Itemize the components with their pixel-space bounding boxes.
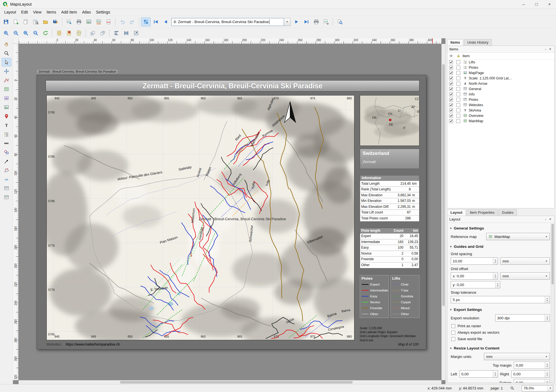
item-lock-checkbox[interactable]	[456, 103, 460, 107]
atlas-next-feature-button[interactable]	[292, 17, 301, 26]
menu-add-item[interactable]: Add Item	[59, 9, 80, 15]
spinner-arrows[interactable]: ▲▼	[493, 273, 498, 279]
region-info-box[interactable]: Switzerland Zermatt	[360, 149, 419, 169]
export-raster-button[interactable]	[84, 17, 93, 26]
resize-layout-header[interactable]: ▼ Resize Layout to Content	[450, 344, 550, 351]
grid-spacing-input[interactable]: 10,00 ▲▼	[451, 257, 498, 265]
dock-float-icon[interactable]: ▫	[544, 218, 547, 221]
checkbox-always-export-as-vectors[interactable]: Always export as vectors	[451, 330, 550, 335]
export-resolution-input[interactable]: 300 dpi ▲▼	[495, 314, 550, 322]
export-pdf-button[interactable]: PDF	[104, 17, 113, 26]
item-lock-checkbox[interactable]	[456, 98, 460, 102]
zoom-actual-size-button[interactable]: 1:1	[31, 29, 40, 38]
item-visibility-checkbox[interactable]	[449, 98, 453, 102]
duplicate-layout-button[interactable]	[21, 17, 30, 26]
zoom-full-button[interactable]	[21, 29, 30, 38]
tab-undo-history[interactable]: Undo History	[464, 39, 492, 46]
overview-map[interactable]: CZFRCHLIATSIDEIT	[360, 95, 419, 146]
tab-layout[interactable]: Layout	[447, 209, 466, 216]
main-map[interactable]: 8408458508558608658708758808408458508558…	[46, 95, 354, 340]
spinner-arrows[interactable]: ▲▼	[545, 362, 550, 369]
add-items-from-template-button[interactable]	[11, 17, 21, 26]
dock-close-icon[interactable]: ✕	[548, 217, 552, 221]
show-guides-button[interactable]	[74, 29, 84, 38]
menu-edit[interactable]: Edit	[19, 9, 30, 15]
add-scalebar-tool[interactable]	[2, 139, 11, 148]
dock-float-icon[interactable]: ▫	[544, 48, 547, 51]
layout-manager-button[interactable]	[31, 17, 40, 26]
dock-close-icon[interactable]: ✕	[548, 47, 552, 51]
panel-scrollbar[interactable]	[551, 223, 554, 383]
atlas-feature-combo[interactable]: 8: Zermatt - Breuil-Cervinia, Breuil-Cer…	[171, 18, 284, 26]
item-visibility-checkbox[interactable]	[449, 71, 453, 75]
tab-items[interactable]: Items	[447, 39, 463, 46]
horizontal-ruler[interactable]: 0204060801001201401601802002202402602803…	[19, 38, 441, 44]
item-visibility-checkbox[interactable]	[449, 60, 453, 64]
add-marker-tool[interactable]	[2, 112, 11, 121]
item-visibility-checkbox[interactable]	[449, 114, 453, 118]
vertical-ruler[interactable]: 0204060801001201401601802002202402602803…	[13, 44, 19, 380]
vertical-scrollbar[interactable]	[441, 44, 445, 380]
layout-page[interactable]: Zermatt - Breuil-Cervinia, Breuil-Cervin…	[37, 75, 426, 349]
item-lock-checkbox[interactable]	[456, 87, 460, 91]
zoom-tool[interactable]	[2, 49, 11, 57]
close-button[interactable]: ×	[543, 0, 556, 8]
item-visibility-checkbox[interactable]	[449, 66, 453, 70]
item-lock-checkbox[interactable]	[456, 82, 460, 86]
add-3d-map-tool[interactable]: 3D	[2, 94, 11, 103]
layout-item-mainmap[interactable]: MainMap	[447, 118, 554, 124]
bottom-margin-input[interactable]: 0,00 ▲▼	[514, 379, 550, 383]
grid-offset-unit-combo[interactable]: mm▼	[500, 272, 550, 280]
item-lock-checkbox[interactable]	[456, 114, 460, 118]
zoom-out-button[interactable]	[11, 29, 21, 38]
item-lock-checkbox[interactable]	[456, 119, 460, 123]
spinner-arrows[interactable]: ▲▼	[493, 258, 498, 264]
lifts-legend[interactable]: LiftsChairT-barGondolaCarpetMixedOther	[390, 275, 419, 318]
tab-guides[interactable]: Guides	[499, 209, 517, 216]
add-picture-tool[interactable]	[2, 103, 11, 112]
minimize-button[interactable]: –	[517, 0, 530, 8]
menu-settings[interactable]: Settings	[93, 9, 113, 15]
spinner-arrows[interactable]: ▲▼	[545, 296, 550, 303]
item-visibility-checkbox[interactable]	[449, 82, 453, 86]
show-grid-button[interactable]	[54, 29, 64, 38]
menu-layout[interactable]: Layout	[2, 9, 19, 15]
item-lock-checkbox[interactable]	[456, 76, 460, 80]
atlas-previous-feature-button[interactable]	[161, 17, 170, 26]
pistes-legend[interactable]: PistesExpertIntermediateEasyNoviceFreeri…	[360, 275, 389, 318]
add-fixed-table-tool[interactable]	[2, 193, 11, 202]
item-visibility-checkbox[interactable]	[449, 92, 453, 96]
refresh-view-button[interactable]	[41, 29, 50, 38]
add-map-tool[interactable]	[2, 85, 11, 93]
distribute-selected-items-button[interactable]	[121, 29, 131, 38]
layout-item-lifts[interactable]: Lifts	[447, 59, 554, 65]
save-project-button[interactable]	[1, 17, 11, 26]
scale-notes[interactable]: Scale: 1:125.000Grid Latitude Origin: Eq…	[360, 326, 419, 342]
add-attribute-table-tool[interactable]	[2, 184, 11, 193]
pan-tool[interactable]	[2, 40, 11, 48]
item-visibility-checkbox[interactable]	[449, 108, 453, 112]
zoom-level-combo[interactable]: 76.0% ▼	[522, 385, 553, 391]
atlas-combo-dropdown[interactable]: ▼	[284, 18, 291, 26]
checkbox-print-as-raster[interactable]: Print as raster	[451, 324, 550, 328]
horizontal-scrollbar[interactable]	[19, 380, 441, 384]
edit-nodes-item-tool[interactable]	[2, 76, 11, 84]
grid-spacing-unit-combo[interactable]: mm▼	[500, 257, 550, 265]
atlas-first-feature-button[interactable]	[151, 17, 160, 26]
menu-items[interactable]: Items	[44, 9, 59, 15]
item-lock-checkbox[interactable]	[456, 66, 460, 70]
layout-item-pistes[interactable]: Pistes	[447, 65, 554, 70]
websites-item[interactable]: Websites: https://www.matterhornparadise…	[46, 342, 120, 346]
load-template-button[interactable]	[41, 17, 50, 26]
tab-item-properties[interactable]: Item Properties	[466, 209, 498, 216]
menu-view[interactable]: View	[30, 9, 44, 15]
right-margin-input[interactable]: 0,00 ▲▼	[511, 370, 550, 378]
item-lock-checkbox[interactable]	[456, 60, 460, 64]
layout-item-north-arrow[interactable]: North Arrow	[447, 81, 554, 86]
move-item-content-tool[interactable]	[2, 67, 11, 75]
add-html-tool[interactable]: </>	[2, 175, 11, 184]
general-settings-header[interactable]: ▼ General Settings	[450, 224, 550, 231]
checkbox-save-world-file[interactable]: Save world file	[451, 337, 550, 341]
reference-map-combo[interactable]: MainMap ▼	[486, 233, 550, 240]
checkbox[interactable]	[451, 331, 455, 335]
